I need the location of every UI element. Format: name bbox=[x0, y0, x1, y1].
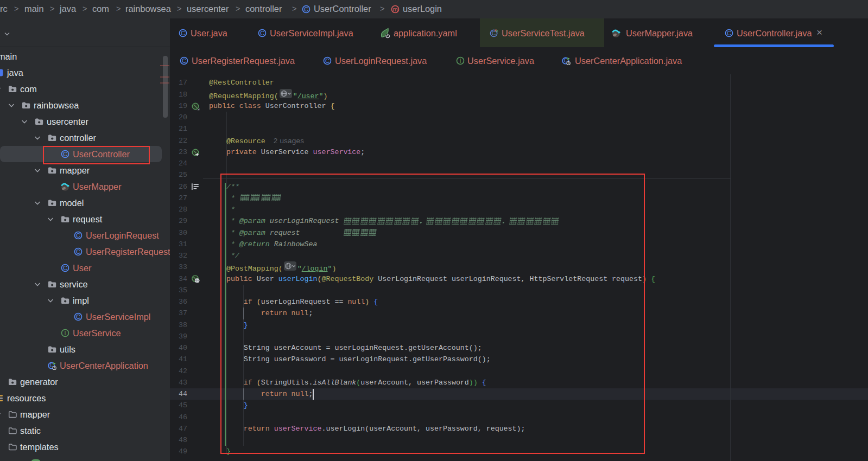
svg-text:m: m bbox=[392, 6, 397, 12]
svg-text:C: C bbox=[76, 248, 80, 255]
svg-text:I: I bbox=[459, 57, 461, 64]
svg-text:C: C bbox=[63, 265, 67, 271]
svg-text:C: C bbox=[325, 57, 330, 64]
svg-text:C: C bbox=[304, 6, 308, 12]
svg-text:C: C bbox=[181, 30, 185, 36]
svg-text:I: I bbox=[64, 330, 66, 336]
svg-text:C: C bbox=[76, 313, 80, 320]
svg-text:C: C bbox=[76, 232, 80, 239]
svg-text:C: C bbox=[260, 30, 264, 36]
svg-text:C: C bbox=[727, 30, 731, 36]
svg-text:C: C bbox=[182, 57, 186, 64]
